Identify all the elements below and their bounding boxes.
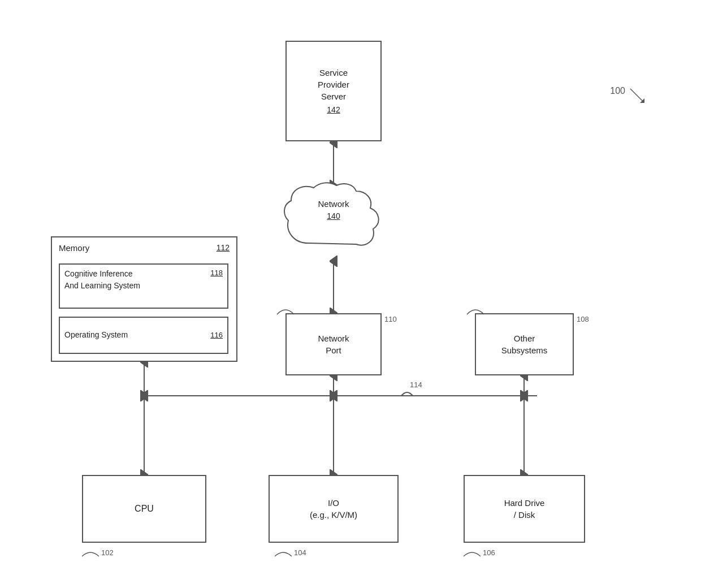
cpu-label: CPU — [135, 503, 154, 515]
service-provider-server-ref: 142 — [327, 105, 340, 116]
network-port-box: Network Port — [285, 313, 382, 375]
hard-drive-ref: 106 — [483, 548, 495, 557]
cognitive-inference-label: Cognitive Inference And Learning System — [64, 265, 140, 290]
other-subsystems-ref: 108 — [577, 315, 589, 323]
network-cloud: Network 140 — [277, 181, 390, 263]
memory-label: Memory — [59, 243, 89, 253]
cpu-box: CPU — [82, 475, 206, 543]
service-provider-server-label: Service Provider Server — [318, 67, 349, 102]
operating-system-label: Operating System — [64, 330, 128, 341]
io-box: I/O (e.g., K/V/M) — [269, 475, 399, 543]
memory-box: Memory 112 118 Cognitive Inference And L… — [51, 236, 237, 362]
hard-drive-label: Hard Drive / Disk — [504, 497, 545, 521]
operating-system-ref: 116 — [210, 330, 223, 340]
hard-drive-box: Hard Drive / Disk — [464, 475, 585, 543]
network-port-ref: 110 — [384, 315, 397, 323]
cognitive-inference-box: 118 Cognitive Inference And Learning Sys… — [59, 263, 228, 309]
io-ref: 104 — [294, 548, 306, 557]
memory-ref: 112 — [217, 243, 230, 252]
svg-line-13 — [630, 89, 643, 102]
service-provider-server-box: Service Provider Server 142 — [285, 41, 382, 141]
other-subsystems-label: Other Subsystems — [501, 332, 548, 356]
network-ref: 140 — [327, 211, 340, 220]
bus-ref: 114 — [410, 381, 422, 389]
io-label: I/O (e.g., K/V/M) — [310, 497, 357, 521]
diagram-ref-100: 100 — [610, 86, 625, 96]
operating-system-box: Operating System 116 — [59, 317, 228, 354]
cognitive-inference-ref: 118 — [210, 268, 223, 278]
network-label: Network 140 — [277, 198, 390, 222]
other-subsystems-box: Other Subsystems — [475, 313, 574, 375]
network-port-label: Network Port — [318, 332, 349, 356]
cpu-ref: 102 — [101, 548, 114, 557]
